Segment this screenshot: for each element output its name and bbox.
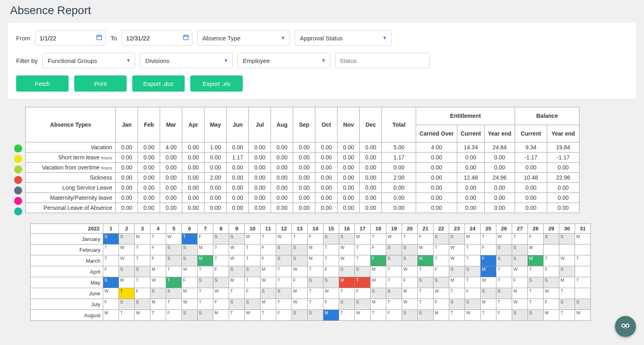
print-button[interactable]: Print bbox=[74, 75, 127, 92]
calendar-day[interactable]: W bbox=[150, 277, 166, 288]
calendar-day[interactable]: T bbox=[103, 245, 119, 255]
calendar-day[interactable]: W bbox=[135, 310, 150, 321]
calendar-day[interactable]: F bbox=[308, 234, 323, 245]
calendar-day[interactable]: M bbox=[245, 234, 261, 245]
calendar-day[interactable]: M bbox=[135, 234, 150, 245]
calendar-day[interactable]: S bbox=[150, 288, 166, 299]
calendar-day[interactable]: W bbox=[544, 288, 559, 299]
export-doc-button[interactable]: Export .doc bbox=[132, 75, 185, 92]
calendar-day[interactable]: F bbox=[245, 288, 261, 299]
calendar-day[interactable]: S bbox=[182, 245, 198, 255]
calendar-day[interactable]: W bbox=[339, 255, 355, 266]
calendar-day[interactable]: S bbox=[559, 299, 575, 310]
calendar-day[interactable]: M bbox=[355, 234, 371, 245]
calendar-day[interactable]: M bbox=[371, 266, 386, 277]
calendar-day[interactable]: W bbox=[512, 266, 528, 277]
calendar-day[interactable]: T bbox=[135, 245, 150, 255]
calendar-day[interactable]: S bbox=[434, 234, 449, 245]
calendar-day[interactable]: T bbox=[465, 277, 481, 288]
calendar-day[interactable]: S bbox=[103, 277, 119, 288]
calendar-day[interactable]: F bbox=[213, 266, 229, 277]
calendar-day[interactable]: S bbox=[512, 245, 528, 255]
calendar-day[interactable]: T bbox=[323, 245, 339, 255]
calendar-day[interactable]: M bbox=[402, 288, 418, 299]
calendar-day[interactable]: T bbox=[465, 245, 481, 255]
calendar-day[interactable]: W bbox=[323, 288, 339, 299]
calendar-day[interactable]: S bbox=[559, 234, 575, 245]
calendar-day[interactable]: F bbox=[261, 255, 276, 266]
calendar-day[interactable]: S bbox=[182, 310, 198, 321]
calendar-day[interactable]: S bbox=[198, 277, 213, 288]
calendar-day[interactable]: M bbox=[119, 277, 135, 288]
calendar-day[interactable]: T bbox=[245, 255, 261, 266]
calendar-day[interactable]: T bbox=[150, 310, 166, 321]
calendar-day[interactable]: W bbox=[119, 255, 135, 266]
calendar-day[interactable]: W bbox=[182, 266, 198, 277]
calendar-day[interactable]: M bbox=[371, 299, 386, 310]
calendar-day[interactable]: M bbox=[323, 310, 339, 321]
calendar-day[interactable]: S bbox=[276, 288, 292, 299]
calendar-day[interactable]: M bbox=[528, 255, 544, 266]
calendar-day[interactable]: F bbox=[434, 266, 449, 277]
calendar-day[interactable]: M bbox=[449, 277, 465, 288]
calendar-day[interactable]: M bbox=[481, 299, 496, 310]
calendar-day[interactable]: M bbox=[150, 266, 166, 277]
calendar-day[interactable]: W bbox=[371, 277, 386, 288]
calendar-day[interactable]: M bbox=[418, 255, 434, 266]
calendar-day[interactable]: M bbox=[512, 288, 528, 299]
calendar-day[interactable]: T bbox=[449, 310, 465, 321]
calendar-day[interactable]: M bbox=[261, 299, 276, 310]
calendar-day[interactable]: S bbox=[449, 266, 465, 277]
calendar-day[interactable]: M bbox=[434, 310, 449, 321]
calendar-day[interactable]: T bbox=[229, 310, 245, 321]
calendar-day[interactable]: T bbox=[308, 266, 323, 277]
calendar-day[interactable]: W bbox=[449, 245, 465, 255]
to-date[interactable] bbox=[122, 30, 192, 46]
calendar-day[interactable]: T bbox=[276, 299, 292, 310]
calendar-day[interactable]: S bbox=[402, 255, 418, 266]
calendar-day[interactable]: T bbox=[213, 245, 229, 255]
calendar-day[interactable]: S bbox=[418, 277, 434, 288]
calendar-day[interactable]: M bbox=[213, 310, 229, 321]
export-xls-button[interactable]: Export .xls bbox=[190, 75, 243, 92]
calendar-day[interactable]: S bbox=[559, 266, 575, 277]
calendar-day[interactable]: S bbox=[339, 234, 355, 245]
calendar-day[interactable]: S bbox=[512, 255, 528, 266]
calendar-day[interactable]: T bbox=[308, 288, 323, 299]
calendar-day[interactable]: F bbox=[528, 234, 544, 245]
calendar-day[interactable]: S bbox=[323, 277, 339, 288]
calendar-day[interactable]: S bbox=[386, 245, 402, 255]
calendar-day[interactable]: S bbox=[103, 234, 119, 245]
calendar-day[interactable]: T bbox=[119, 310, 135, 321]
calendar-day[interactable]: T bbox=[355, 245, 371, 255]
calendar-day[interactable]: W bbox=[261, 277, 276, 288]
calendar-day[interactable]: S bbox=[449, 299, 465, 310]
calendar-day[interactable]: S bbox=[276, 255, 292, 266]
calendar-day[interactable]: T bbox=[481, 234, 496, 245]
calendar-day[interactable]: S bbox=[229, 299, 245, 310]
calendar-day[interactable]: S bbox=[119, 266, 135, 277]
calendar-day[interactable]: S bbox=[465, 299, 481, 310]
calendar-day[interactable]: S bbox=[292, 310, 308, 321]
calendar-day[interactable]: W bbox=[481, 277, 496, 288]
calendar-day[interactable]: S bbox=[402, 245, 418, 255]
calendar-day[interactable]: S bbox=[402, 310, 418, 321]
calendar-day[interactable]: S bbox=[575, 299, 591, 310]
calendar-day[interactable]: M bbox=[182, 288, 198, 299]
calendar-day[interactable]: T bbox=[245, 277, 261, 288]
calendar-day[interactable]: S bbox=[182, 255, 198, 266]
calendar-day[interactable]: F bbox=[323, 299, 339, 310]
calendar-day[interactable]: T bbox=[418, 299, 434, 310]
calendar-day[interactable]: M bbox=[103, 310, 119, 321]
calendar-day[interactable]: T bbox=[323, 255, 339, 266]
calendar-day[interactable]: F bbox=[103, 299, 119, 310]
calendar-day[interactable]: S bbox=[544, 277, 559, 288]
calendar-day[interactable]: F bbox=[276, 310, 292, 321]
calendar-day[interactable]: W bbox=[402, 266, 418, 277]
calendar-day[interactable]: T bbox=[229, 288, 245, 299]
calendar-day[interactable]: S bbox=[496, 255, 512, 266]
calendar-day[interactable]: T bbox=[386, 266, 402, 277]
calendar-day[interactable]: M bbox=[308, 245, 323, 255]
calendar-day[interactable]: F bbox=[544, 266, 559, 277]
calendar-day[interactable]: W bbox=[449, 255, 465, 266]
